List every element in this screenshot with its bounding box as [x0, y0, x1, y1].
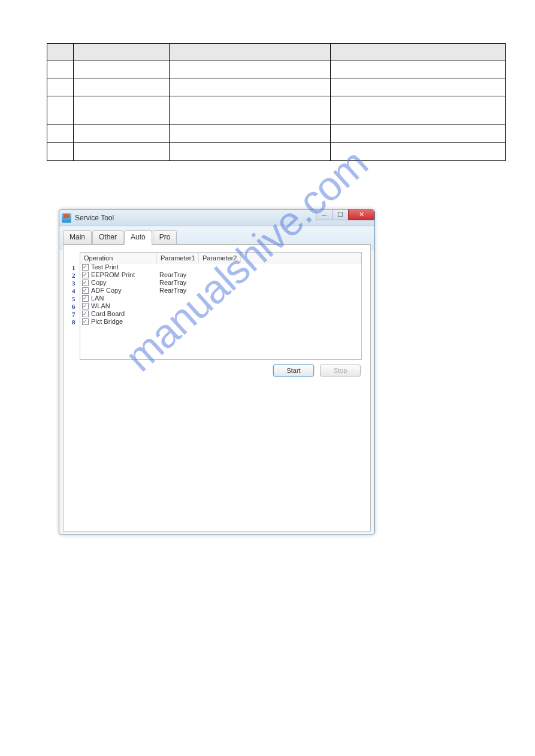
row-number: 6 [72, 303, 78, 311]
tab-other[interactable]: Other [92, 230, 123, 245]
param2-cell [199, 294, 241, 302]
tab-content-auto: 1 2 3 4 5 6 7 8 Operation Parameter1 Par… [63, 244, 371, 532]
start-button[interactable]: Start [273, 365, 314, 377]
checkbox[interactable]: ✓ [82, 318, 89, 325]
tab-strip: Main Other Auto Pro [63, 230, 371, 244]
header-operation[interactable]: Operation [80, 253, 157, 263]
param1-cell [157, 294, 199, 302]
param2-cell [199, 287, 241, 294]
param1-cell [157, 310, 199, 318]
param1-cell [157, 302, 199, 310]
list-header: Operation Parameter1 Parameter2 [80, 253, 361, 263]
tab-pro[interactable]: Pro [153, 230, 177, 245]
param1-cell [157, 318, 199, 326]
list-row[interactable]: ✓Copy RearTray [80, 279, 361, 287]
tab-main[interactable]: Main [63, 230, 92, 245]
window-title: Service Tool [75, 214, 114, 222]
minimize-button[interactable]: ─ [316, 210, 333, 220]
op-label: EEPROM Print [91, 271, 135, 279]
checkbox[interactable]: ✓ [82, 272, 89, 278]
op-label: Copy [91, 279, 107, 287]
list-row[interactable]: ✓EEPROM Print RearTray [80, 271, 361, 279]
operation-list[interactable]: Operation Parameter1 Parameter2 ✓Test Pr… [80, 252, 362, 360]
header-parameter1[interactable]: Parameter1 [157, 253, 199, 263]
top-table [47, 43, 506, 161]
row-number: 7 [72, 311, 78, 318]
row-number: 8 [72, 318, 78, 326]
param2-cell [199, 318, 241, 326]
checkbox[interactable]: ✓ [82, 295, 89, 302]
op-label: Pict Bridge [91, 318, 123, 326]
tab-auto[interactable]: Auto [124, 230, 152, 245]
maximize-button[interactable]: ☐ [332, 210, 349, 220]
close-button[interactable]: ✕ [348, 210, 374, 220]
checkbox[interactable]: ✓ [82, 303, 89, 309]
op-label: Card Board [91, 310, 125, 318]
param1-cell: RearTray [157, 279, 199, 287]
service-tool-window: Service Tool ─ ☐ ✕ Main Other Auto Pro 1… [59, 209, 375, 535]
op-label: Test Print [91, 263, 119, 271]
checkbox[interactable]: ✓ [82, 311, 89, 317]
op-label: ADF Copy [91, 287, 122, 294]
param1-cell: RearTray [157, 271, 199, 279]
param2-cell [199, 310, 241, 318]
param2-cell [199, 302, 241, 310]
row-number: 1 [72, 264, 78, 272]
op-label: LAN [91, 294, 104, 302]
list-row[interactable]: ✓WLAN [80, 302, 361, 310]
row-number: 2 [72, 272, 78, 280]
row-number: 3 [72, 280, 78, 287]
header-rest [241, 253, 361, 263]
row-number: 4 [72, 287, 78, 295]
action-bar: Start Stop [72, 365, 362, 377]
list-body: ✓Test Print ✓EEPROM Print RearTray ✓Copy… [80, 263, 361, 359]
app-icon [62, 213, 71, 223]
list-row[interactable]: ✓Test Print [80, 263, 361, 271]
param2-cell [199, 279, 241, 287]
param2-cell [199, 263, 241, 271]
row-numbers: 1 2 3 4 5 6 7 8 [72, 252, 78, 360]
param1-cell: RearTray [157, 287, 199, 294]
op-label: WLAN [91, 302, 110, 310]
window-controls: ─ ☐ ✕ [316, 210, 374, 221]
list-row[interactable]: ✓LAN [80, 294, 361, 302]
param2-cell [199, 271, 241, 279]
list-row[interactable]: ✓Pict Bridge [80, 318, 361, 326]
list-row[interactable]: ✓ADF Copy RearTray [80, 287, 361, 294]
list-row[interactable]: ✓Card Board [80, 310, 361, 318]
titlebar[interactable]: Service Tool ─ ☐ ✕ [59, 210, 374, 226]
window-body: Main Other Auto Pro 1 2 3 4 5 6 7 8 [59, 226, 374, 535]
header-parameter2[interactable]: Parameter2 [199, 253, 241, 263]
checkbox[interactable]: ✓ [82, 264, 89, 271]
checkbox[interactable]: ✓ [82, 287, 89, 294]
param1-cell [157, 263, 199, 271]
checkbox[interactable]: ✓ [82, 280, 89, 286]
stop-button: Stop [320, 365, 361, 377]
row-number: 5 [72, 295, 78, 303]
